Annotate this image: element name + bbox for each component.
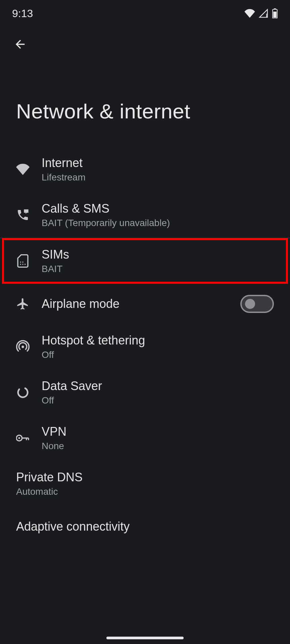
item-title: SIMs xyxy=(42,248,274,262)
item-title: Airplane mode xyxy=(42,297,240,311)
item-title: Private DNS xyxy=(16,470,274,484)
svg-point-13 xyxy=(18,437,20,439)
vpn-key-icon xyxy=(16,431,30,445)
svg-point-7 xyxy=(20,264,21,265)
settings-item-internet[interactable]: Internet Lifestream xyxy=(0,147,290,192)
item-title: Data Saver xyxy=(42,379,274,393)
arrow-back-icon xyxy=(13,38,27,51)
svg-point-6 xyxy=(22,262,23,263)
item-title: VPN xyxy=(42,425,274,439)
settings-item-calls-sms[interactable]: Calls & SMS BAIT (Temporarily unavailabl… xyxy=(0,192,290,238)
data-saver-icon xyxy=(16,386,30,399)
gesture-nav-bar[interactable] xyxy=(106,637,184,639)
svg-point-5 xyxy=(20,262,21,263)
battery-icon xyxy=(272,8,278,18)
svg-rect-0 xyxy=(266,15,267,17)
svg-rect-4 xyxy=(273,12,277,18)
hotspot-icon xyxy=(16,340,30,354)
settings-item-adaptive-connectivity[interactable]: Adaptive connectivity xyxy=(0,506,290,547)
svg-point-9 xyxy=(25,264,26,265)
settings-item-vpn[interactable]: VPN None xyxy=(0,415,290,461)
settings-item-airplane-mode[interactable]: Airplane mode xyxy=(0,284,290,324)
toggle-knob xyxy=(245,299,255,309)
settings-item-data-saver[interactable]: Data Saver Off xyxy=(0,370,290,415)
item-subtitle: Off xyxy=(42,350,274,360)
airplane-icon xyxy=(16,297,30,311)
item-title: Calls & SMS xyxy=(42,202,274,216)
item-subtitle: Lifestream xyxy=(42,172,274,183)
svg-point-8 xyxy=(22,264,23,265)
item-subtitle: None xyxy=(42,441,274,451)
settings-item-sims[interactable]: SIMs BAIT xyxy=(0,238,290,284)
status-icons xyxy=(244,8,278,18)
settings-item-hotspot[interactable]: Hotspot & tethering Off xyxy=(0,324,290,370)
header: Network & internet xyxy=(0,27,290,143)
sim-card-icon xyxy=(16,254,30,268)
item-title: Hotspot & tethering xyxy=(42,333,274,347)
airplane-mode-toggle[interactable] xyxy=(240,295,274,313)
svg-point-11 xyxy=(16,386,29,399)
item-subtitle: BAIT (Temporarily unavailable) xyxy=(42,218,274,228)
item-subtitle: Off xyxy=(42,395,274,406)
settings-item-private-dns[interactable]: Private DNS Automatic xyxy=(0,461,290,506)
back-button[interactable] xyxy=(12,36,28,52)
svg-rect-1 xyxy=(266,14,268,14)
wifi-icon xyxy=(16,163,30,176)
cell-signal-icon xyxy=(258,9,269,18)
item-subtitle: Automatic xyxy=(16,486,274,497)
wifi-icon xyxy=(244,9,255,18)
phone-message-icon xyxy=(16,208,30,222)
page-title: Network & internet xyxy=(12,52,278,143)
item-title: Adaptive connectivity xyxy=(16,520,274,534)
svg-point-10 xyxy=(21,345,24,348)
item-subtitle: BAIT xyxy=(42,264,274,274)
status-bar: 9:13 xyxy=(0,0,290,27)
status-time: 9:13 xyxy=(12,7,33,20)
item-title: Internet xyxy=(42,156,274,170)
settings-list: Internet Lifestream Calls & SMS BAIT (Te… xyxy=(0,143,290,550)
